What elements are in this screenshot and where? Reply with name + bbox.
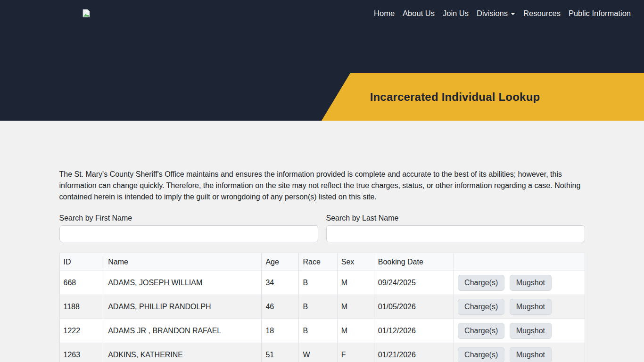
table-row: 1222 ADAMS JR , BRANDON RAFAEL 18 B M 01… (59, 319, 585, 343)
cell-booking-date: 01/12/2026 (374, 319, 454, 343)
navbar-brand-logo[interactable] (82, 9, 91, 17)
nav-item-home[interactable]: Home (370, 5, 398, 22)
search-last-name-group: Search by Last Name (326, 214, 585, 242)
cell-name: ADAMS JR , BRANDON RAFAEL (104, 319, 262, 343)
cell-booking-date: 01/21/2026 (374, 343, 454, 362)
mugshot-button[interactable]: Mugshot (510, 323, 552, 339)
mugshot-button[interactable]: Mugshot (510, 347, 552, 362)
nav-links: HomeAbout UsJoin UsDivisionsResourcesPub… (370, 5, 635, 22)
charges-button[interactable]: Charge(s) (458, 347, 504, 362)
table-row: 1263 ADKINS, KATHERINE 51 W F 01/21/2026… (59, 343, 585, 362)
cell-sex: F (337, 343, 374, 362)
col-header-name: Name (104, 253, 262, 271)
last-name-label: Search by Last Name (326, 214, 585, 222)
cell-age: 46 (262, 295, 299, 319)
charges-button[interactable]: Charge(s) (458, 299, 504, 315)
cell-race: B (299, 295, 337, 319)
table-row: 1188 ADAMS, PHILLIP RANDOLPH 46 B M 01/0… (59, 295, 585, 319)
charges-button[interactable]: Charge(s) (458, 275, 504, 291)
disclaimer-text: The St. Mary's County Sheriff's Office m… (59, 121, 585, 203)
first-name-input[interactable] (59, 225, 318, 242)
cell-actions: Charge(s) Mugshot (454, 343, 585, 362)
table-row: 668 ADAMS, JOSEPH WILLIAM 34 B M 09/24/2… (59, 271, 585, 295)
nav-item-about-us[interactable]: About Us (399, 5, 438, 22)
cell-race: B (299, 319, 337, 343)
cell-name: ADKINS, KATHERINE (104, 343, 262, 362)
table-body: 668 ADAMS, JOSEPH WILLIAM 34 B M 09/24/2… (59, 271, 585, 362)
mugshot-button[interactable]: Mugshot (510, 275, 552, 291)
charges-button[interactable]: Charge(s) (458, 323, 504, 339)
cell-age: 18 (262, 319, 299, 343)
cell-name: ADAMS, PHILLIP RANDOLPH (104, 295, 262, 319)
cell-id: 1263 (59, 343, 104, 362)
nav-item-divisions[interactable]: Divisions (473, 5, 519, 22)
cell-race: W (299, 343, 337, 362)
col-header-age: Age (262, 253, 299, 271)
nav-item-join-us[interactable]: Join Us (439, 5, 472, 22)
cell-race: B (299, 271, 337, 295)
top-navbar: HomeAbout UsJoin UsDivisionsResourcesPub… (0, 0, 644, 26)
cell-actions: Charge(s) Mugshot (454, 319, 585, 343)
cell-booking-date: 01/05/2026 (374, 295, 454, 319)
cell-name: ADAMS, JOSEPH WILLIAM (104, 271, 262, 295)
cell-id: 1188 (59, 295, 104, 319)
col-header-id: ID (59, 253, 104, 271)
search-row: Search by First Name Search by Last Name (59, 214, 585, 242)
search-first-name-group: Search by First Name (59, 214, 318, 242)
col-header-actions (454, 253, 585, 271)
cell-sex: M (337, 295, 374, 319)
cell-age: 51 (262, 343, 299, 362)
col-header-sex: Sex (337, 253, 374, 271)
cell-booking-date: 09/24/2025 (374, 271, 454, 295)
nav-item-resources[interactable]: Resources (520, 5, 564, 22)
cell-sex: M (337, 271, 374, 295)
site-header: HomeAbout UsJoin UsDivisionsResourcesPub… (0, 0, 644, 121)
inmate-table: ID Name Age Race Sex Booking Date 668 AD… (59, 253, 585, 362)
cell-sex: M (337, 319, 374, 343)
cell-actions: Charge(s) Mugshot (454, 295, 585, 319)
cell-age: 34 (262, 271, 299, 295)
page-title-banner: Incarcerated Individual Lookup (322, 73, 644, 121)
mugshot-button[interactable]: Mugshot (510, 299, 552, 315)
page-title: Incarcerated Individual Lookup (370, 90, 540, 104)
first-name-label: Search by First Name (59, 214, 318, 222)
col-header-booking-date: Booking Date (374, 253, 454, 271)
cell-id: 1222 (59, 319, 104, 343)
nav-item-public-information[interactable]: Public Information (565, 5, 635, 22)
cell-id: 668 (59, 271, 104, 295)
broken-image-icon (82, 9, 91, 17)
cell-actions: Charge(s) Mugshot (454, 271, 585, 295)
table-header-row: ID Name Age Race Sex Booking Date (59, 253, 585, 271)
col-header-race: Race (299, 253, 337, 271)
main-content: The St. Mary's County Sheriff's Office m… (59, 121, 585, 362)
chevron-down-icon (511, 13, 515, 15)
last-name-input[interactable] (326, 225, 585, 242)
